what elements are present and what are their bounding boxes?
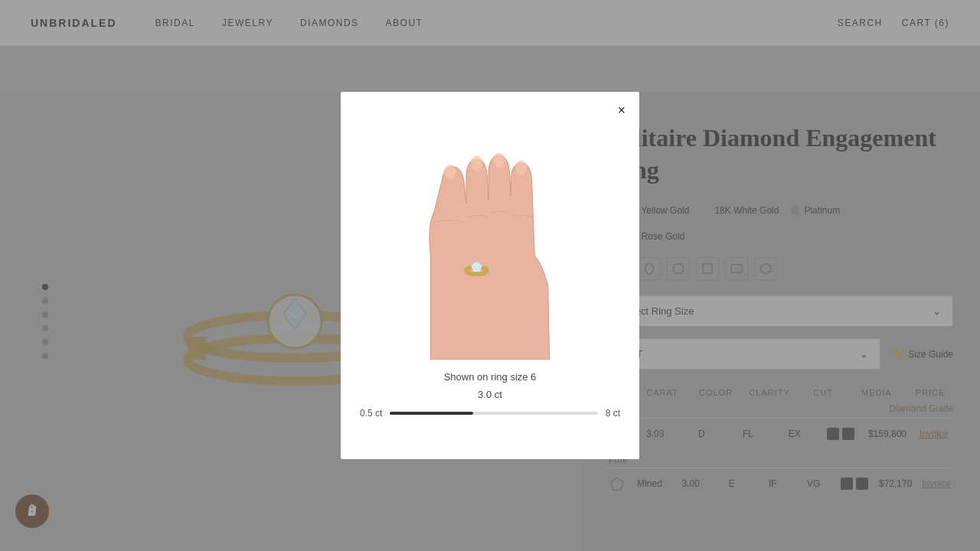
hand-image xyxy=(383,107,597,360)
slider-track[interactable] xyxy=(390,412,597,415)
slider-fill xyxy=(390,412,473,415)
slider-min-label: 0.5 ct xyxy=(360,408,382,419)
svg-point-23 xyxy=(493,153,505,168)
overlay[interactable]: × xyxy=(0,0,980,551)
svg-point-21 xyxy=(444,165,456,180)
slider-max-label: 8 ct xyxy=(606,408,620,419)
svg-point-24 xyxy=(515,161,528,175)
carat-slider-container: 0.5 ct 8 ct xyxy=(360,408,620,419)
svg-point-22 xyxy=(471,156,483,171)
modal-close-button[interactable]: × xyxy=(617,103,626,117)
modal: × xyxy=(341,92,639,459)
modal-caption: Shown on ring size 6 xyxy=(444,371,537,383)
hand-svg xyxy=(383,107,597,360)
modal-ct-label: 3.0 ct xyxy=(478,389,502,400)
